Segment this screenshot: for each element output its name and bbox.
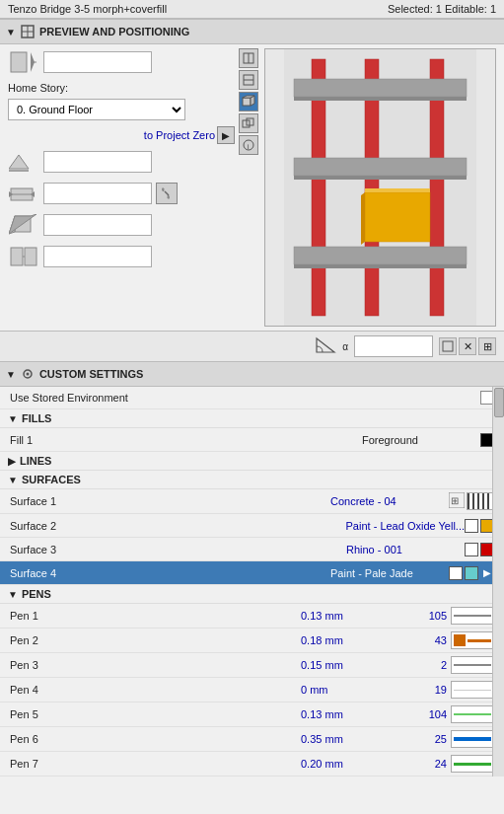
surface-3-swatch-group [465, 543, 494, 556]
pen-4-width: 0 mm [301, 684, 419, 696]
surfaces-arrow: ▼ [8, 475, 18, 485]
svg-marker-42 [365, 188, 430, 192]
surface-4-name: Surface 4 [10, 567, 330, 579]
offset-icon [8, 148, 39, 176]
preview-icon [20, 24, 36, 39]
fill-1-value: Foreground [362, 434, 480, 446]
fill-1-row: Fill 1 Foreground [0, 428, 504, 452]
surface-4-swatch-teal[interactable] [465, 566, 478, 580]
surface-1-hatch-icon: ⊞ [449, 492, 465, 510]
depth-row: 250 [8, 211, 235, 239]
custom-settings-content: Use Stored Environment ▼ FILLS Fill 1 Fo… [0, 387, 504, 777]
pens-label: PENS [22, 588, 51, 600]
pen-1-name: Pen 1 [10, 610, 301, 622]
preview-area: 100 Home Story: 0. Ground Floor to Proje… [0, 44, 504, 331]
surface-3-swatch-white [465, 543, 478, 556]
fills-header[interactable]: ▼ FILLS [0, 409, 504, 428]
pen-7-width: 0.20 mm [301, 758, 419, 770]
height-icon [8, 48, 39, 76]
vp-btn-3[interactable] [239, 92, 258, 111]
vp-btn-4[interactable] [239, 113, 258, 133]
svg-point-46 [26, 373, 29, 376]
lines-arrow: ▶ [8, 456, 16, 467]
pen-3-swatch[interactable] [451, 656, 494, 674]
pen-7-row: Pen 7 0.20 mm 24 [0, 752, 504, 777]
pen-4-name: Pen 4 [10, 684, 301, 696]
pen-2-row: Pen 2 0.18 mm 43 [0, 629, 504, 653]
svg-rect-3 [11, 52, 27, 72]
offset-row: 100 [8, 148, 235, 176]
width-input[interactable]: 1615 [43, 183, 152, 204]
home-story-select[interactable]: 0. Ground Floor [8, 99, 185, 120]
svg-marker-37 [294, 176, 467, 180]
pen-5-width: 0.13 mm [301, 708, 419, 720]
surface-4-row[interactable]: Surface 4 Paint - Pale Jade ▶ [0, 561, 504, 585]
pen-2-number: 43 [419, 634, 447, 646]
custom-settings-label: CUSTOM SETTINGS [39, 368, 144, 380]
viewport-toolbar: i [239, 48, 260, 327]
depth-input[interactable]: 250 [43, 214, 152, 236]
height2-input[interactable]: 1900 [43, 246, 152, 267]
fills-arrow: ▼ [8, 413, 18, 424]
pen-2-name: Pen 2 [10, 634, 301, 646]
surface-2-row: Surface 2 Paint - Lead Oxide Yell... [0, 514, 504, 538]
pen-6-swatch[interactable] [451, 730, 494, 748]
width-row: 1615 [8, 180, 235, 207]
custom-settings-icon [20, 366, 36, 382]
surface-1-row: Surface 1 Concrete - 04 ⊞ [0, 489, 504, 514]
svg-rect-17 [25, 248, 36, 265]
pen-6-row: Pen 6 0.35 mm 25 [0, 727, 504, 752]
surfaces-header[interactable]: ▼ SURFACES [0, 471, 504, 489]
angle-btn-expand[interactable]: ⊞ [478, 337, 496, 355]
pen-4-number: 19 [419, 684, 447, 696]
fills-label: FILLS [22, 412, 52, 424]
svg-rect-16 [11, 248, 23, 265]
pen-6-number: 25 [419, 733, 447, 745]
offset-input[interactable]: 100 [43, 151, 152, 173]
angle-btn-x[interactable]: ✕ [459, 337, 476, 355]
svg-text:⊞: ⊞ [451, 495, 459, 506]
pen-4-swatch[interactable] [451, 681, 494, 699]
vp-btn-info[interactable]: i [239, 135, 258, 155]
preview-section-header[interactable]: ▼ PREVIEW AND POSITIONING [0, 19, 504, 44]
svg-marker-35 [294, 97, 467, 101]
surface-1-value: Concrete - 04 [330, 495, 449, 507]
pen-2-swatch[interactable] [451, 631, 494, 649]
surface-2-swatch-group [465, 519, 494, 533]
preview-section-label: PREVIEW AND POSITIONING [39, 26, 189, 37]
chain-button[interactable] [156, 183, 178, 204]
pen-5-row: Pen 5 0.13 mm 104 [0, 703, 504, 727]
to-project-zero-row: to Project Zero ▶ [8, 126, 235, 144]
to-project-zero-button[interactable]: ▶ [217, 126, 235, 144]
selection-info: Selected: 1 Editable: 1 [388, 3, 496, 15]
alpha-label: α [342, 341, 348, 352]
pen-7-number: 24 [419, 758, 447, 770]
surface-4-swatch-group: ▶ [449, 566, 494, 580]
surface-3-name: Surface 3 [10, 544, 346, 555]
vp-btn-2[interactable] [239, 70, 258, 90]
to-project-zero-label[interactable]: to Project Zero [144, 129, 215, 141]
pens-header[interactable]: ▼ PENS [0, 585, 504, 604]
scrollbar-thumb[interactable] [494, 388, 504, 417]
angle-input[interactable]: 0,00° [354, 335, 433, 357]
window-title: Tenzo Bridge 3-5 morph+coverfill [8, 3, 167, 15]
surface-2-name: Surface 2 [10, 520, 346, 532]
height-input[interactable]: 100 [43, 51, 152, 73]
home-story-label: Home Story: [8, 82, 235, 94]
height2-row: 1900 [8, 243, 235, 270]
lines-header[interactable]: ▶ LINES [0, 452, 504, 471]
pen-3-name: Pen 3 [10, 659, 301, 671]
scrollbar-track[interactable] [492, 387, 504, 777]
vp-btn-1[interactable] [239, 48, 258, 68]
surfaces-label: SURFACES [22, 474, 81, 485]
surface-1-swatch-group: ⊞ [449, 492, 494, 510]
pen-1-swatch[interactable] [451, 607, 494, 625]
pen-7-swatch[interactable] [451, 755, 494, 773]
custom-settings-header[interactable]: ▼ CUSTOM SETTINGS [0, 361, 504, 387]
pen-5-swatch[interactable] [451, 705, 494, 723]
lines-label: LINES [20, 455, 51, 467]
pen-2-width: 0.18 mm [301, 634, 419, 646]
surface-1-swatch[interactable] [467, 492, 494, 510]
angle-btn-square[interactable] [439, 337, 457, 355]
svg-rect-23 [243, 98, 251, 106]
